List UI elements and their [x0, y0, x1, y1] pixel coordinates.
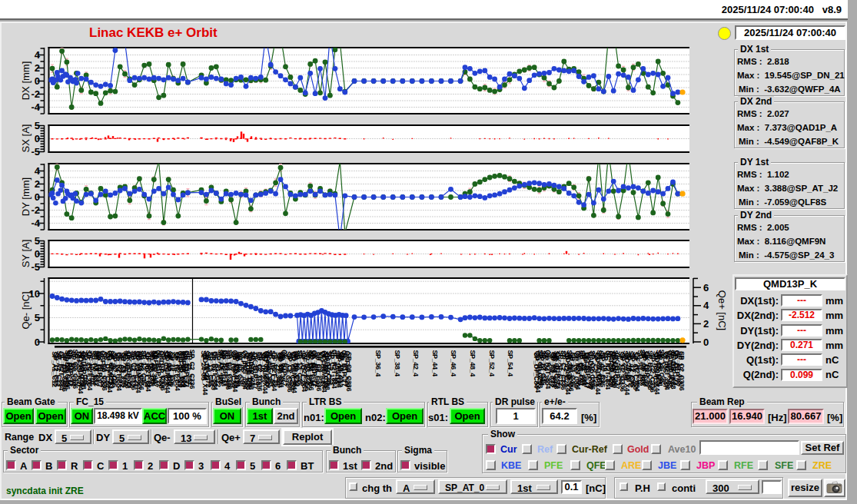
svg-text:SY [A]: SY [A] — [20, 240, 32, 268]
svg-text:0: 0 — [35, 191, 40, 203]
svg-text:Qe+ [nC]: Qe+ [nC] — [716, 290, 728, 330]
svg-text:SP_C2_C336: SP_C2_C336 — [678, 351, 686, 390]
svg-text:SP_C2_C336: SP_C2_C336 — [345, 352, 353, 391]
svg-text:SP_38_4: SP_38_4 — [394, 350, 401, 377]
svg-text:DY [mm]: DY [mm] — [20, 177, 32, 216]
svg-text:-2: -2 — [31, 88, 40, 100]
svg-text:4: 4 — [35, 165, 41, 177]
svg-text:5: 5 — [35, 120, 40, 131]
svg-text:2: 2 — [35, 178, 40, 190]
svg-text:SP_54_4: SP_54_4 — [507, 350, 514, 377]
svg-text:SP_C2_C336: SP_C2_C336 — [188, 350, 196, 389]
svg-text:6: 6 — [703, 282, 709, 293]
svg-text:SP_46_4: SP_46_4 — [450, 350, 457, 377]
svg-text:SP_42_4: SP_42_4 — [412, 350, 420, 377]
svg-text:DX [mm]: DX [mm] — [20, 61, 32, 101]
svg-text:-4: -4 — [31, 101, 40, 113]
svg-text:2: 2 — [35, 62, 40, 74]
svg-text:0: 0 — [35, 248, 40, 260]
svg-text:SP_48_4: SP_48_4 — [469, 350, 477, 377]
svg-text:4: 4 — [703, 300, 709, 311]
svg-text:5: 5 — [35, 312, 40, 323]
svg-text:2: 2 — [703, 318, 709, 330]
svg-text:SP_36_4: SP_36_4 — [374, 350, 382, 377]
svg-text:0: 0 — [35, 133, 40, 144]
svg-text:SX [A]: SX [A] — [20, 124, 32, 153]
svg-text:0: 0 — [703, 337, 709, 348]
svg-text:Qe- [nC]: Qe- [nC] — [20, 291, 32, 329]
svg-text:SP_52_4: SP_52_4 — [488, 350, 496, 377]
svg-text:-4: -4 — [31, 217, 40, 229]
svg-text:0: 0 — [35, 337, 40, 348]
svg-text:0: 0 — [35, 75, 40, 87]
svg-text:SP_44_4: SP_44_4 — [431, 350, 439, 377]
svg-text:-2: -2 — [31, 204, 40, 216]
svg-text:-5: -5 — [31, 261, 40, 273]
svg-text:5: 5 — [35, 235, 40, 247]
svg-text:-5: -5 — [31, 146, 40, 158]
svg-text:4: 4 — [35, 49, 41, 61]
